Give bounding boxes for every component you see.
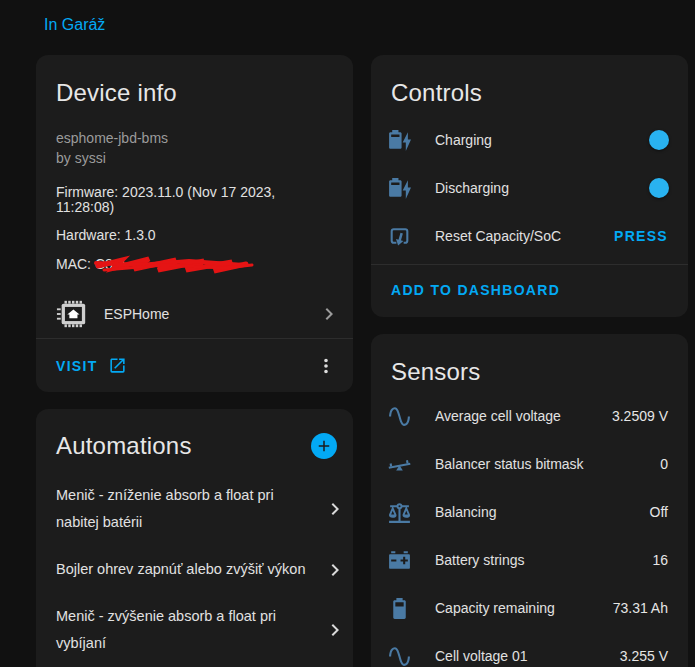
integration-label: ESPHome (104, 306, 317, 322)
hardware-line: Hardware: 1.3.0 (56, 228, 333, 243)
chevron-right-icon (323, 558, 347, 582)
sensor-value: 16 (652, 552, 668, 568)
controls-card: Controls Charging Discharging (371, 55, 688, 317)
firmware-line: Firmware: 2023.11.0 (Nov 17 2023, 11:28:… (56, 185, 333, 215)
add-to-dashboard-button[interactable]: ADD TO DASHBOARD (391, 282, 560, 298)
seesaw-icon (387, 452, 412, 477)
automation-row[interactable]: Menič - zníženie absorb a float pri nabi… (56, 472, 347, 546)
add-automation-button[interactable] (311, 433, 337, 459)
sensor-value: Off (650, 504, 668, 520)
visit-button[interactable]: VISIT (56, 356, 127, 375)
control-label: Discharging (435, 180, 632, 196)
chevron-right-icon (323, 618, 347, 642)
sensor-value: 0 (660, 456, 668, 472)
device-page: In Garáž Device info esphome-jbd-bms by … (0, 0, 695, 667)
sensor-value: 73.31 Ah (613, 600, 668, 616)
battery-charging-icon (387, 128, 412, 153)
sensors-card: Sensors Average cell voltage 3.2509 V (371, 334, 688, 667)
sensor-label: Cell voltage 01 (435, 648, 620, 664)
battery-icon (387, 596, 412, 621)
sensor-value: 3.255 V (620, 648, 668, 664)
dots-vertical-icon (315, 355, 337, 377)
press-button[interactable]: PRESS (614, 228, 668, 244)
automation-row[interactable]: Bojler ohrev zapnúť alebo zvýšiť výkon (56, 546, 347, 593)
esphome-chip-icon (56, 299, 88, 329)
controls-title: Controls (371, 55, 688, 107)
control-label: Reset Capacity/SoC (435, 228, 614, 244)
automation-label: Menič - zvýšenie absorb a float pri vybí… (56, 603, 323, 657)
sensor-row[interactable]: Battery strings 16 (371, 536, 688, 584)
sensor-row[interactable]: Balancing Off (371, 488, 688, 536)
charging-toggle[interactable] (632, 133, 666, 147)
discharging-toggle[interactable] (632, 181, 666, 195)
open-in-new-icon (108, 356, 127, 375)
mac-text: MAC: C8:0 (56, 256, 124, 272)
gesture-tap-icon (387, 224, 412, 249)
device-name: esphome-jbd-bms (56, 128, 333, 148)
plus-icon (315, 437, 333, 455)
sine-wave-icon (387, 404, 412, 429)
device-actions: VISIT (36, 339, 353, 392)
sine-wave-icon (387, 644, 412, 667)
sensor-row[interactable]: Average cell voltage 3.2509 V (371, 392, 688, 440)
mac-line: MAC: C8:0 (56, 257, 124, 272)
sensor-label: Battery strings (435, 552, 652, 568)
device-details: Firmware: 2023.11.0 (Nov 17 2023, 11:28:… (36, 168, 353, 285)
automation-label: Bojler ohrev zapnúť alebo zvýšiť výkon (56, 556, 323, 583)
battery-charging-icon (387, 176, 412, 201)
sensor-value: 3.2509 V (612, 408, 668, 424)
device-byline: by syssi (56, 148, 333, 168)
chevron-right-icon (317, 302, 341, 326)
breadcrumb[interactable]: In Garáž (44, 16, 105, 34)
device-info-title: Device info (36, 55, 353, 107)
sensor-row[interactable]: Balancer status bitmask 0 (371, 440, 688, 488)
sensor-label: Balancing (435, 504, 650, 520)
scale-balance-icon (387, 500, 412, 525)
automations-list: Menič - zníženie absorb a float pri nabi… (36, 460, 353, 667)
sensor-label: Average cell voltage (435, 408, 612, 424)
automation-row[interactable]: Menič - zvýšenie absorb a float pri vybí… (56, 593, 347, 667)
control-row-discharging[interactable]: Discharging (371, 164, 688, 212)
sensor-label: Capacity remaining (435, 600, 613, 616)
automations-title: Automations (56, 432, 311, 460)
sensor-label: Balancer status bitmask (435, 456, 660, 472)
chevron-right-icon (323, 497, 347, 521)
car-battery-icon (387, 548, 412, 573)
sensor-row[interactable]: Cell voltage 01 3.255 V (371, 632, 688, 667)
sensors-title: Sensors (371, 334, 688, 386)
control-row-reset[interactable]: Reset Capacity/SoC PRESS (371, 212, 688, 260)
visit-label: VISIT (56, 358, 98, 374)
device-info-card: Device info esphome-jbd-bms by syssi Fir… (36, 55, 353, 392)
integration-row-esphome[interactable]: ESPHome (36, 290, 353, 338)
control-row-charging[interactable]: Charging (371, 116, 688, 164)
device-subinfo: esphome-jbd-bms by syssi (36, 107, 353, 168)
automation-label: Menič - zníženie absorb a float pri nabi… (56, 482, 323, 536)
control-label: Charging (435, 132, 632, 148)
sensor-row[interactable]: Capacity remaining 73.31 Ah (371, 584, 688, 632)
overflow-menu-button[interactable] (309, 349, 343, 383)
automations-card: Automations Menič - zníženie absorb a fl… (36, 409, 353, 667)
